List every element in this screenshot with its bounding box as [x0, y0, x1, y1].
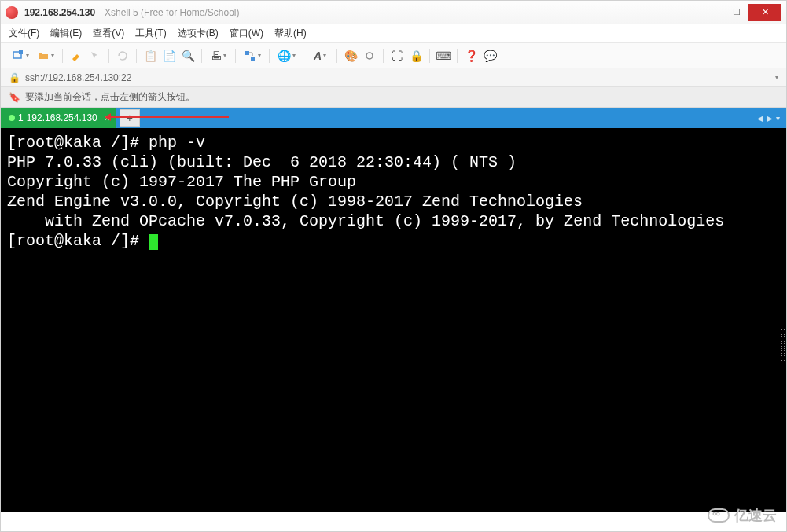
menubar: 文件(F) 编辑(E) 查看(V) 工具(T) 选项卡(B) 窗口(W) 帮助(… [1, 24, 786, 43]
title-app: Xshell 5 (Free for Home/School) [105, 7, 239, 18]
message-text: 要添加当前会话，点击左侧的箭头按钮。 [25, 90, 195, 104]
search-button[interactable]: 🔍 [179, 47, 197, 64]
terminal-line: Zend Engine v3.0.0, Copyright (c) 1998-2… [7, 193, 583, 211]
globe-button[interactable]: 🌐 [274, 47, 298, 64]
paste-button[interactable]: 📄 [160, 47, 178, 64]
highlighter-button[interactable] [68, 47, 85, 64]
menu-tabs[interactable]: 选项卡(B) [178, 27, 219, 40]
lock-button[interactable]: 🔒 [407, 47, 425, 64]
maximize-button[interactable] [725, 4, 748, 21]
print-button[interactable]: 🖶 [207, 47, 230, 64]
menu-view[interactable]: 查看(V) [93, 27, 124, 40]
svg-rect-1 [19, 50, 23, 54]
session-button[interactable] [361, 47, 378, 64]
tab-prev-icon[interactable]: ◀ [757, 114, 763, 123]
menu-file[interactable]: 文件(F) [9, 27, 39, 40]
window-buttons [701, 4, 781, 21]
reconnect-button[interactable] [114, 47, 131, 64]
title-host: 192.168.254.130 [24, 7, 95, 18]
help-button[interactable]: ❓ [462, 47, 480, 64]
font-button[interactable]: A [308, 47, 332, 64]
svg-rect-2 [245, 51, 249, 55]
status-dot-icon [9, 115, 15, 121]
svg-rect-3 [251, 57, 255, 61]
arrow-button[interactable] [86, 47, 104, 64]
copy-button[interactable]: 📋 [142, 47, 159, 64]
address-bar[interactable]: 🔒 ssh://192.168.254.130:22 ▾ [1, 68, 786, 87]
session-tab[interactable]: 1 192.168.254.130 ✕ [1, 108, 116, 128]
add-tab-button[interactable]: + [120, 109, 140, 127]
terminal-line: with Zend OPcache v7.0.33, Copyright (c)… [7, 212, 724, 230]
menu-help[interactable]: 帮助(H) [274, 27, 307, 40]
terminal[interactable]: [root@kaka /]# php -v PHP 7.0.33 (cli) (… [1, 128, 786, 512]
watermark: 亿速云 [708, 506, 777, 525]
menu-window[interactable]: 窗口(W) [230, 27, 263, 40]
svg-point-4 [366, 53, 373, 59]
minimize-button[interactable] [701, 4, 725, 21]
tab-next-icon[interactable]: ▶ [767, 114, 773, 123]
menu-tools[interactable]: 工具(T) [135, 27, 166, 40]
command: php -v [149, 134, 205, 152]
watermark-text: 亿速云 [734, 506, 777, 525]
cursor [149, 234, 158, 250]
terminal-scrollbar[interactable] [774, 128, 786, 512]
titlebar: 192.168.254.130 Xshell 5 (Free for Home/… [1, 1, 786, 24]
close-button[interactable] [748, 4, 781, 21]
annotation-arrow [107, 116, 229, 118]
tab-menu-icon[interactable]: ▾ [776, 114, 780, 123]
prompt: [root@kaka /]# [7, 232, 149, 250]
prompt: [root@kaka /]# [7, 134, 149, 152]
toolbar: 📋 📄 🔍 🖶 🌐 A 🎨 ⛶ 🔒 ⌨ ❓ 💬 [1, 43, 786, 68]
terminal-line: PHP 7.0.33 (cli) (built: Dec 6 2018 22:3… [7, 153, 517, 171]
fullscreen-button[interactable]: ⛶ [388, 47, 406, 64]
transfer-button[interactable] [241, 47, 264, 64]
tab-index: 1 [18, 112, 24, 123]
bubble-button[interactable]: 💬 [481, 47, 498, 64]
tab-nav: ◀ ▶ ▾ [757, 108, 786, 128]
palette-button[interactable]: 🎨 [342, 47, 359, 64]
new-session-button[interactable] [9, 47, 32, 64]
address-text: ssh://192.168.254.130:22 [25, 72, 131, 83]
address-dropdown-icon[interactable]: ▾ [775, 74, 778, 81]
tab-label: 192.168.254.130 [27, 112, 97, 123]
terminal-line: Copyright (c) 1997-2017 The PHP Group [7, 173, 356, 191]
cloud-icon [708, 508, 730, 523]
app-icon [6, 6, 18, 19]
keyboard-button[interactable]: ⌨ [435, 47, 452, 64]
tab-bar: 1 192.168.254.130 ✕ + ◀ ▶ ▾ [1, 108, 786, 128]
bookmark-icon[interactable]: 🔖 [9, 92, 20, 103]
message-bar: 🔖 要添加当前会话，点击左侧的箭头按钮。 [1, 87, 786, 108]
lock-icon: 🔒 [9, 72, 20, 83]
menu-edit[interactable]: 编辑(E) [50, 27, 82, 40]
open-session-button[interactable] [34, 47, 57, 64]
